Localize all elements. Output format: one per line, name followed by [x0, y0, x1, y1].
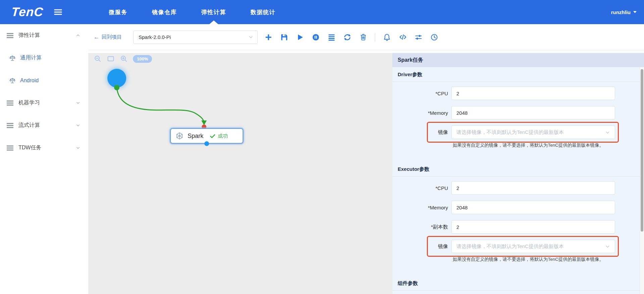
executor-cpu-input[interactable]: [451, 181, 615, 195]
section-header-executor: Executor参数: [392, 162, 640, 177]
sidebar-item-label: Android: [20, 78, 80, 84]
field-hint: 如果没有自定义的镜像，请不要选择，将默认为TenC提供的最新版本镜像。: [453, 142, 640, 148]
field-label-executor-memory: *Memory: [398, 205, 448, 210]
bell-button[interactable]: [383, 33, 391, 41]
node-title: Spark: [188, 133, 203, 140]
sidebar-item-label: 通用计算: [20, 54, 80, 61]
code-button[interactable]: [399, 33, 407, 41]
edge-arrowhead-icon: [201, 120, 207, 125]
zoom-in-icon[interactable]: [120, 55, 128, 63]
node-output-port[interactable]: [204, 141, 209, 146]
scrollbar-thumb[interactable]: [641, 69, 643, 232]
save-button[interactable]: [280, 33, 288, 41]
settings-button[interactable]: [414, 33, 423, 41]
pause-button[interactable]: [312, 33, 320, 41]
panel-body: Driver参数*CPU*Memory镜像请选择镜像，不填则默认为TenC提供的…: [392, 67, 644, 294]
sidebar-item-machine-learning[interactable]: 机器学习: [0, 92, 88, 114]
section-body-executor: *CPU*Memory*副本数镜像请选择镜像，不填则默认为TenC提供的最新版本…: [392, 177, 640, 262]
refresh-button[interactable]: [343, 33, 351, 41]
select-placeholder: 请选择镜像，不填则默认为TenC提供的最新版本: [456, 129, 564, 136]
sidebar-menu: 弹性计算通用计算Android机器学习流式计算TDW任务: [0, 24, 88, 159]
driver-cpu-input[interactable]: [451, 87, 615, 100]
nav-tab-elastic-compute[interactable]: 弹性计算: [201, 0, 226, 24]
executor-replicas-input[interactable]: [451, 220, 615, 234]
app-logo: TenC: [11, 5, 44, 19]
field-hint: 如果没有自定义的镜像，请不要选择，将默认为TenC提供的最新版本镜像。: [453, 256, 640, 262]
settings-icon: [414, 33, 423, 41]
chevron-down-icon: [76, 101, 80, 105]
zoom-out-icon[interactable]: [94, 55, 102, 63]
field-label-driver-memory: *Memory: [398, 110, 448, 116]
bell-icon: [383, 33, 391, 41]
list-button[interactable]: [328, 33, 336, 41]
chevron-down-icon: [605, 130, 610, 135]
check-icon: [209, 133, 216, 139]
chevron-down-icon: [633, 11, 637, 13]
canvas-zoom-controls: 100%: [94, 55, 152, 63]
back-arrow-icon: ←: [94, 34, 99, 40]
section-header-component: 组件参数: [392, 276, 640, 291]
section-body-driver: *CPU*Memory镜像请选择镜像，不填则默认为TenC提供的最新版本如果没有…: [392, 82, 640, 148]
field-row-driver-memory: *Memory: [398, 106, 640, 119]
nav-tab-label: 微服务: [109, 8, 128, 16]
add-icon: [264, 33, 273, 41]
nav-tab-data-statistics[interactable]: 数据统计: [251, 0, 276, 24]
toolbar-divider: [375, 33, 375, 42]
user-menu[interactable]: runzhliu: [611, 0, 637, 24]
sidebar-item-general-compute[interactable]: 通用计算: [0, 47, 88, 69]
run-icon: [296, 33, 304, 41]
panel-title: Spark任务: [392, 53, 644, 67]
select-placeholder: 请选择镜像，不填则默认为TenC提供的最新版本: [456, 243, 564, 250]
spark-task-node[interactable]: Spark 成功: [170, 128, 243, 144]
panel-scrollbar[interactable]: [640, 67, 644, 294]
chevron-down-icon: [248, 35, 253, 40]
field-label-driver-image: 镜像: [398, 129, 448, 136]
history-button[interactable]: [430, 33, 438, 41]
fit-view-icon[interactable]: [107, 55, 115, 63]
driver-image-select[interactable]: 请选择镜像，不填则默认为TenC提供的最新版本: [451, 126, 615, 139]
field-row-driver-image: 镜像请选择镜像，不填则默认为TenC提供的最新版本: [398, 126, 640, 139]
hamburger-menu-icon[interactable]: [53, 7, 63, 17]
menu-icon: [6, 99, 14, 107]
back-to-project-link[interactable]: ← 回到项目: [94, 34, 122, 40]
delete-icon: [359, 33, 367, 41]
sidebar-item-label: 机器学习: [18, 99, 76, 106]
executor-image-select[interactable]: 请选择镜像，不填则默认为TenC提供的最新版本: [451, 240, 615, 253]
list-icon: [328, 33, 336, 41]
nav-tab-label: 镜像仓库: [152, 8, 177, 16]
start-node[interactable]: [107, 69, 126, 88]
pause-icon: [312, 33, 320, 41]
nav-tab-label: 弹性计算: [201, 8, 226, 16]
sidebar-item-tdw-task[interactable]: TDW任务: [0, 137, 88, 159]
pipeline-select[interactable]: Spark-2.0.0-Pi: [133, 31, 258, 44]
pipeline-canvas[interactable]: 100% Spark 成功: [88, 53, 392, 294]
driver-memory-input[interactable]: [451, 106, 615, 119]
sidebar-item-label: TDW任务: [18, 144, 76, 151]
toolbar: ← 回到项目 Spark-2.0.0-Pi: [88, 24, 644, 50]
delete-button[interactable]: [359, 33, 367, 41]
node-status-text: 成功: [218, 133, 228, 139]
add-button[interactable]: [264, 33, 273, 41]
back-label: 回到项目: [102, 34, 122, 40]
chevron-down-icon: [76, 146, 80, 150]
scale-icon: [9, 55, 16, 61]
node-status-badge: 成功: [209, 133, 228, 139]
sidebar-item-elastic-compute[interactable]: 弹性计算: [0, 24, 88, 47]
field-label-executor-replicas: *副本数: [398, 224, 448, 230]
nav-tab-image-registry[interactable]: 镜像仓库: [152, 0, 177, 24]
menu-icon: [6, 32, 14, 40]
field-label-driver-cpu: *CPU: [398, 91, 448, 96]
hexagon-icon: [176, 132, 184, 140]
pipeline-select-value: Spark-2.0.0-Pi: [139, 34, 171, 40]
run-button[interactable]: [296, 33, 304, 41]
chevron-down-icon: [76, 123, 80, 128]
active-tab-caret: [209, 20, 218, 24]
sidebar-item-android[interactable]: Android: [0, 69, 88, 92]
top-navbar: TenC 微服务镜像仓库弹性计算数据统计 runzhliu: [0, 0, 644, 24]
executor-memory-input[interactable]: [451, 201, 615, 214]
field-row-executor-replicas: *副本数: [398, 220, 640, 234]
username: runzhliu: [611, 9, 631, 15]
nav-tab-microservices[interactable]: 微服务: [109, 0, 128, 24]
chevron-up-icon: [76, 33, 80, 38]
sidebar-item-stream-compute[interactable]: 流式计算: [0, 114, 88, 137]
